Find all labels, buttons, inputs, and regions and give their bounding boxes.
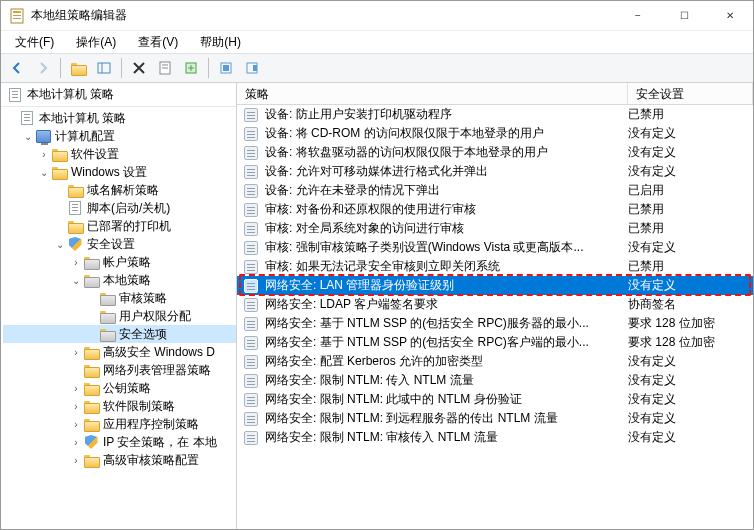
tree-pane: 本地计算机 策略 本地计算机 策略⌄计算机配置›软件设置⌄Windows 设置域… xyxy=(1,83,237,529)
chevron-right-icon[interactable]: › xyxy=(37,149,51,160)
tree-item-adv-audit[interactable]: ›高级审核策略配置 xyxy=(3,451,236,469)
policy-list[interactable]: 设备: 防止用户安装打印机驱动程序已禁用设备: 将 CD-ROM 的访问权限仅限… xyxy=(237,105,753,529)
policy-value: 没有定义 xyxy=(628,125,753,142)
policy-value: 已禁用 xyxy=(628,220,753,237)
tree-item-win-settings[interactable]: ⌄Windows 设置 xyxy=(3,163,236,181)
chevron-down-icon[interactable]: ⌄ xyxy=(37,167,51,178)
policy-row[interactable]: 设备: 将 CD-ROM 的访问权限仅限于本地登录的用户没有定义 xyxy=(237,124,753,143)
tree-item-fw-adv[interactable]: ›高级安全 Windows D xyxy=(3,343,236,361)
tree-item-app-control[interactable]: ›应用程序控制策略 xyxy=(3,415,236,433)
nav-tree[interactable]: 本地计算机 策略⌄计算机配置›软件设置⌄Windows 设置域名解析策略脚本(启… xyxy=(1,107,236,529)
tree-item-ipsec[interactable]: ›IP 安全策略，在 本地 xyxy=(3,433,236,451)
toolbar-separator xyxy=(60,58,61,78)
policy-value: 没有定义 xyxy=(628,391,753,408)
tree-item-local-policy[interactable]: ⌄本地策略 xyxy=(3,271,236,289)
policy-row[interactable]: 网络安全: 限制 NTLM: 审核传入 NTLM 流量没有定义 xyxy=(237,428,753,447)
menu-action[interactable]: 操作(A) xyxy=(66,32,126,53)
policy-row[interactable]: 网络安全: LDAP 客户端签名要求协商签名 xyxy=(237,295,753,314)
tree-item-root[interactable]: 本地计算机 策略 xyxy=(3,109,236,127)
policy-name: 设备: 允许在未登录的情况下弹出 xyxy=(265,182,628,199)
toolbar-separator xyxy=(121,58,122,78)
policy-icon xyxy=(243,411,259,427)
chevron-down-icon[interactable]: ⌄ xyxy=(69,275,83,286)
folder-icon xyxy=(83,416,99,432)
nav-forward-button[interactable] xyxy=(31,56,55,80)
tree-item-soft-settings[interactable]: ›软件设置 xyxy=(3,145,236,163)
close-button[interactable]: ✕ xyxy=(707,1,753,30)
tree-item-name-res[interactable]: 域名解析策略 xyxy=(3,181,236,199)
tree-item-acct-policy[interactable]: ›帐户策略 xyxy=(3,253,236,271)
maximize-button[interactable]: ☐ xyxy=(661,1,707,30)
minimize-button[interactable]: − xyxy=(615,1,661,30)
tree-item-comp-config[interactable]: ⌄计算机配置 xyxy=(3,127,236,145)
policy-row[interactable]: 网络安全: LAN 管理器身份验证级别没有定义 xyxy=(237,276,753,295)
tree-item-sw-restrict[interactable]: ›软件限制策略 xyxy=(3,397,236,415)
export-list-button[interactable] xyxy=(179,56,203,80)
folder-gear-icon xyxy=(99,326,115,342)
chevron-down-icon[interactable]: ⌄ xyxy=(21,131,35,142)
policy-row[interactable]: 设备: 允许对可移动媒体进行格式化并弹出没有定义 xyxy=(237,162,753,181)
show-hide-tree-button[interactable] xyxy=(92,56,116,80)
column-header-setting[interactable]: 安全设置 xyxy=(628,83,753,104)
policy-name: 网络安全: 基于 NTLM SSP 的(包括安全 RPC)服务器的最小... xyxy=(265,315,628,332)
policy-icon xyxy=(243,164,259,180)
window-title: 本地组策略编辑器 xyxy=(31,7,615,24)
chevron-right-icon[interactable]: › xyxy=(69,401,83,412)
chevron-right-icon[interactable]: › xyxy=(69,347,83,358)
tree-item-label: 公钥策略 xyxy=(103,380,151,397)
tree-item-nlm[interactable]: 网络列表管理器策略 xyxy=(3,361,236,379)
menu-file[interactable]: 文件(F) xyxy=(5,32,64,53)
up-button[interactable] xyxy=(66,56,90,80)
tree-item-label: 高级安全 Windows D xyxy=(103,344,215,361)
policy-row[interactable]: 网络安全: 基于 NTLM SSP 的(包括安全 RPC)客户端的最小...要求… xyxy=(237,333,753,352)
tree-item-printers[interactable]: 已部署的打印机 xyxy=(3,217,236,235)
tree-item-scripts[interactable]: 脚本(启动/关机) xyxy=(3,199,236,217)
nav-back-button[interactable] xyxy=(5,56,29,80)
policy-name: 网络安全: LDAP 客户端签名要求 xyxy=(265,296,628,313)
tree-header-label: 本地计算机 策略 xyxy=(27,86,114,103)
policy-icon xyxy=(243,278,259,294)
column-header-policy[interactable]: 策略 xyxy=(237,83,628,104)
folder-icon xyxy=(83,344,99,360)
policy-icon xyxy=(243,221,259,237)
policy-row[interactable]: 网络安全: 限制 NTLM: 此域中的 NTLM 身份验证没有定义 xyxy=(237,390,753,409)
properties-button[interactable] xyxy=(153,56,177,80)
tree-item-label: 域名解析策略 xyxy=(87,182,159,199)
tree-item-audit-policy[interactable]: 审核策略 xyxy=(3,289,236,307)
policy-icon xyxy=(243,316,259,332)
policy-row[interactable]: 网络安全: 限制 NTLM: 到远程服务器的传出 NTLM 流量没有定义 xyxy=(237,409,753,428)
chevron-right-icon[interactable]: › xyxy=(69,455,83,466)
help-button[interactable] xyxy=(240,56,264,80)
tree-item-pk-policy[interactable]: ›公钥策略 xyxy=(3,379,236,397)
chevron-down-icon[interactable]: ⌄ xyxy=(53,239,67,250)
policy-row[interactable]: 网络安全: 基于 NTLM SSP 的(包括安全 RPC)服务器的最小...要求… xyxy=(237,314,753,333)
tree-item-user-rights[interactable]: 用户权限分配 xyxy=(3,307,236,325)
policy-row[interactable]: 审核: 对备份和还原权限的使用进行审核已禁用 xyxy=(237,200,753,219)
chevron-right-icon[interactable]: › xyxy=(69,419,83,430)
delete-button[interactable] xyxy=(127,56,151,80)
policy-row[interactable]: 审核: 对全局系统对象的访问进行审核已禁用 xyxy=(237,219,753,238)
folder-icon xyxy=(71,63,85,74)
policy-row[interactable]: 网络安全: 限制 NTLM: 传入 NTLM 流量没有定义 xyxy=(237,371,753,390)
title-bar: 本地组策略编辑器 − ☐ ✕ xyxy=(1,1,753,31)
policy-row[interactable]: 审核: 如果无法记录安全审核则立即关闭系统已禁用 xyxy=(237,257,753,276)
chevron-right-icon[interactable]: › xyxy=(69,437,83,448)
policy-row[interactable]: 设备: 防止用户安装打印机驱动程序已禁用 xyxy=(237,105,753,124)
menu-help[interactable]: 帮助(H) xyxy=(190,32,251,53)
folder-gear-icon xyxy=(83,254,99,270)
policy-icon xyxy=(243,202,259,218)
policy-row[interactable]: 设备: 将软盘驱动器的访问权限仅限于本地登录的用户没有定义 xyxy=(237,143,753,162)
policy-icon xyxy=(243,259,259,275)
policy-row[interactable]: 审核: 强制审核策略子类别设置(Windows Vista 或更高版本...没有… xyxy=(237,238,753,257)
menu-view[interactable]: 查看(V) xyxy=(128,32,188,53)
policy-name: 网络安全: LAN 管理器身份验证级别 xyxy=(265,277,628,294)
tree-item-sec-settings[interactable]: ⌄安全设置 xyxy=(3,235,236,253)
chevron-right-icon[interactable]: › xyxy=(69,257,83,268)
policy-row[interactable]: 设备: 允许在未登录的情况下弹出已启用 xyxy=(237,181,753,200)
tree-item-sec-options[interactable]: 安全选项 xyxy=(3,325,236,343)
policy-row[interactable]: 网络安全: 配置 Kerberos 允许的加密类型没有定义 xyxy=(237,352,753,371)
refresh-button[interactable] xyxy=(214,56,238,80)
chevron-right-icon[interactable]: › xyxy=(69,383,83,394)
list-header-row: 策略 安全设置 xyxy=(237,83,753,105)
policy-value: 要求 128 位加密 xyxy=(628,334,753,351)
